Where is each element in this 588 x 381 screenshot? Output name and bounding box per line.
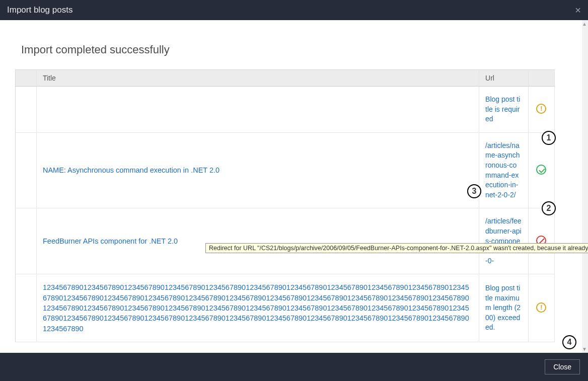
scroll-up-icon[interactable]: ▲: [582, 21, 587, 27]
close-button[interactable]: Close: [545, 359, 580, 374]
import-modal: Import blog posts × ▲ ▼ Import completed…: [0, 0, 588, 381]
url-link[interactable]: /articles/name-asynchronous-command-exec…: [485, 141, 522, 200]
column-lead: [16, 70, 37, 87]
url-link[interactable]: Blog post title maximum length (200) exc…: [485, 283, 522, 333]
row-lead: [16, 208, 37, 274]
column-status: [528, 70, 554, 87]
column-title: Title: [36, 70, 479, 87]
warning-icon: [536, 104, 546, 114]
row-lead: [16, 132, 37, 208]
success-icon: [536, 165, 546, 175]
title-link[interactable]: NAME: Asynchronous command execution in …: [43, 166, 219, 174]
modal-title: Import blog posts: [7, 5, 72, 15]
warning-icon: [536, 302, 546, 313]
row-lead: [16, 87, 37, 133]
modal-body[interactable]: ▲ ▼ Import completed successfully Title …: [0, 20, 588, 353]
results-table: Title Url Blog post title is required: [15, 69, 555, 342]
title-link[interactable]: FeedBurner APIs component for .NET 2.0: [43, 237, 178, 245]
table-row: 1234567890123456789012345678901234567890…: [16, 274, 555, 342]
scrollbar[interactable]: ▲ ▼: [582, 20, 588, 353]
table-row: Blog post title is required: [16, 87, 555, 133]
modal-header: Import blog posts ×: [0, 0, 588, 20]
modal-footer: Close: [0, 353, 588, 381]
scroll-down-icon[interactable]: ▼: [582, 346, 587, 352]
url-link[interactable]: Blog post title is required: [485, 95, 522, 124]
column-url: Url: [479, 70, 529, 87]
modal-content: Import completed successfully Title Url …: [2, 20, 586, 352]
table-row: NAME: Asynchronous command execution in …: [16, 132, 555, 208]
table-row: FeedBurner APIs component for .NET 2.0 /…: [16, 208, 555, 274]
tooltip: Redirect for URL "/CS21/blogs/p/archive/…: [205, 243, 588, 253]
title-link[interactable]: 1234567890123456789012345678901234567890…: [43, 283, 469, 332]
url-link[interactable]: /articles/feedburner-apis-component-for-…: [485, 216, 522, 266]
status-heading: Import completed successfully: [21, 43, 579, 56]
row-lead: [16, 274, 37, 342]
close-icon[interactable]: ×: [575, 5, 581, 15]
